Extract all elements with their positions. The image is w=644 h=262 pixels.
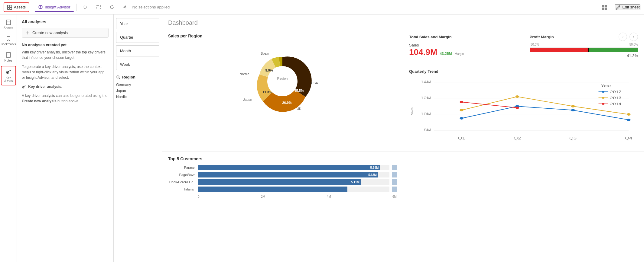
svg-point-64: [627, 119, 630, 121]
notes-label: Notes: [4, 59, 12, 62]
bar-chart-container: Paracel 5.69M PageWave 5.6: [168, 165, 397, 198]
filter-week[interactable]: Week: [116, 59, 159, 70]
icon-sidebar: Sheets Bookmarks Notes Key dr: [0, 14, 17, 262]
assets-button[interactable]: Assets: [4, 2, 29, 12]
pencil-icon: [616, 5, 620, 10]
insight-advisor-label: Insight Advisor: [45, 5, 70, 9]
key-drivers-label: Key drivers: [3, 76, 14, 82]
bar-label-pagewave: PageWave: [168, 173, 195, 177]
svg-text:2012: 2012: [610, 90, 622, 94]
bar-row-deak: Deak-Perera Gr... 5.11M: [168, 179, 397, 185]
region-germany[interactable]: Germany: [116, 82, 159, 88]
svg-point-63: [571, 109, 575, 111]
sheets-icon: [5, 19, 11, 25]
margin-value: 43.25M: [440, 52, 452, 56]
settings-button[interactable]: [119, 2, 131, 12]
all-analyses-title: All analyses: [22, 19, 109, 24]
bar-side-talarian: [392, 187, 397, 192]
svg-text:Year: Year: [601, 84, 611, 88]
svg-point-65: [460, 109, 463, 111]
svg-text:8M: 8M: [424, 128, 431, 132]
svg-text:45.5%: 45.5%: [294, 89, 304, 92]
profit-bar-green: [589, 48, 638, 52]
svg-text:12M: 12M: [421, 96, 431, 100]
sales-per-region-title: Sales per Region: [168, 34, 397, 38]
key-driver-inline-icon: [22, 85, 26, 89]
svg-text:Region: Region: [277, 77, 288, 80]
main-layout: Sheets Bookmarks Notes Key dr: [0, 14, 644, 262]
svg-point-69: [460, 101, 463, 103]
margin-block: 43.25M · Margin: [440, 51, 464, 56]
bar-axis: 0 2M 4M 6M: [168, 195, 397, 198]
svg-rect-15: [602, 8, 604, 10]
edit-sheet-label: Edit sheet: [622, 5, 640, 9]
analysis-desc3: A key driver analysis can also be genera…: [22, 93, 109, 104]
profit-bar-red: [530, 48, 589, 52]
top5-title: Top 5 Customers: [168, 156, 397, 161]
quarterly-trend-title: Quarterly Trend: [409, 69, 638, 74]
refresh-button[interactable]: [106, 2, 118, 12]
profit-bar-labels: -50.0% 50.0%: [530, 43, 638, 46]
grid-view-button[interactable]: [598, 2, 611, 13]
lasso-icon: [83, 5, 88, 10]
dashboard-area: Dashboard ‹ › Sales per Region: [162, 14, 644, 262]
create-analysis-button[interactable]: Create new analysis: [22, 28, 109, 38]
create-link-text: Create new analysis: [22, 99, 57, 103]
prev-arrow[interactable]: ‹: [619, 33, 627, 41]
quarterly-chart-svg: 14M 12M 10M 8M Q1 Q2 Q3 Q4: [415, 76, 638, 145]
edit-sheet-button[interactable]: Edit sheet: [615, 4, 640, 10]
svg-text:14M: 14M: [421, 80, 431, 84]
region-nordic[interactable]: Nordic: [116, 94, 159, 100]
nav-arrows: ‹ ›: [619, 33, 638, 41]
select-button[interactable]: [93, 2, 105, 12]
next-arrow[interactable]: ›: [629, 33, 638, 41]
svg-text:Spain: Spain: [261, 52, 269, 55]
svg-text:26.9%: 26.9%: [282, 101, 291, 104]
quarterly-chart-inner: 14M 12M 10M 8M Q1 Q2 Q3 Q4: [415, 76, 638, 146]
bar-fill-paracel: 5.69M: [198, 165, 380, 170]
bar-fill-pagewave: 5.63M: [198, 172, 378, 177]
region-japan[interactable]: Japan: [116, 88, 159, 94]
bar-row-talarian: Talarian: [168, 187, 397, 192]
assets-label: Assets: [14, 5, 26, 9]
bar-label-paracel: Paracel: [168, 166, 195, 169]
sidebar-item-notes[interactable]: Notes: [1, 50, 16, 65]
filter-quarter[interactable]: Quarter: [116, 32, 159, 43]
svg-point-36: [117, 76, 119, 78]
search-icon: [116, 75, 120, 79]
axis-2m: 2M: [261, 195, 265, 198]
filter-panel: Year Quarter Month Week Region Germany J…: [114, 14, 162, 262]
bar-track-pagewave: 5.63M: [198, 172, 389, 177]
refresh-icon: [109, 5, 114, 10]
filter-year[interactable]: Year: [116, 18, 159, 29]
nav-divider2: [76, 4, 77, 11]
svg-point-32: [23, 87, 24, 88]
second-row: Top 5 Customers Paracel 5.69M: [162, 151, 644, 203]
svg-point-12: [124, 6, 126, 8]
svg-text:2013: 2013: [610, 96, 622, 100]
svg-rect-0: [8, 5, 9, 7]
insight-advisor-button[interactable]: Insight Advisor: [34, 2, 74, 12]
donut-chart: Region USA UK Japan Nordic Spain 45.5% 2…: [240, 45, 325, 117]
bottom-right-placeholder: [403, 152, 644, 203]
lasso-button[interactable]: [79, 2, 91, 12]
svg-rect-11: [97, 5, 100, 9]
no-selections-text: No selections applied: [132, 5, 170, 9]
filter-month[interactable]: Month: [116, 45, 159, 56]
svg-text:Q1: Q1: [458, 136, 465, 140]
sidebar-item-bookmarks[interactable]: Bookmarks: [1, 33, 16, 48]
sidebar-item-sheets[interactable]: Sheets: [1, 17, 16, 32]
sidebar-item-key-drivers[interactable]: Key drivers: [1, 66, 16, 85]
svg-text:10M: 10M: [421, 112, 431, 116]
analysis-desc1: With key driver analysis, uncover the to…: [22, 50, 109, 60]
svg-text:Japan: Japan: [243, 98, 252, 101]
region-section-title: Region: [116, 75, 159, 79]
svg-text:2014: 2014: [610, 102, 622, 106]
svg-point-79: [602, 103, 604, 105]
svg-rect-13: [602, 5, 604, 7]
insight-icon: [38, 5, 43, 9]
sales-label: Sales: [409, 43, 518, 47]
notes-icon: [5, 52, 11, 58]
svg-text:Q3: Q3: [569, 136, 577, 140]
bar-fill-talarian: [198, 187, 347, 192]
